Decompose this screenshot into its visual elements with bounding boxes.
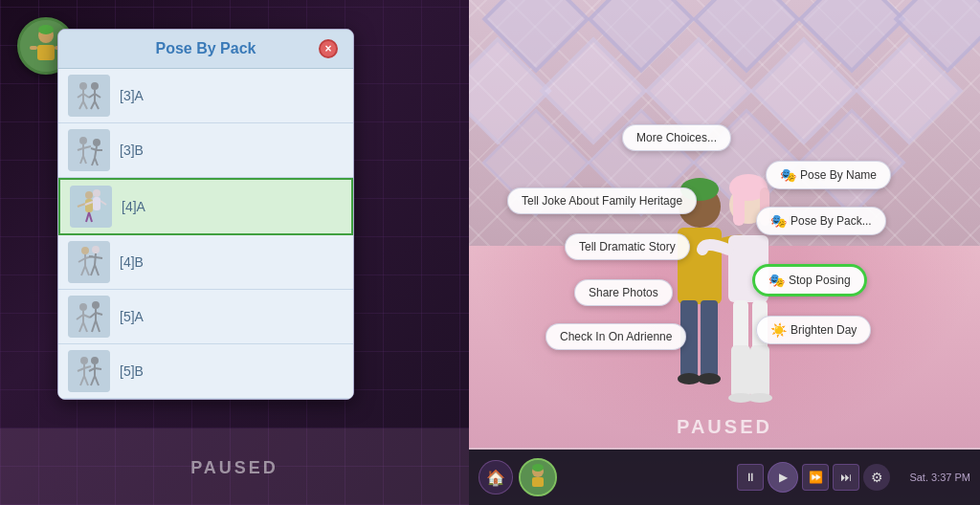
svg-point-50: [92, 246, 100, 253]
pose-thumb-4a: [70, 186, 112, 228]
svg-line-52: [96, 257, 102, 258]
playback-controls: ⏸ ▶ ⏩ ⏭ ⚙: [737, 462, 890, 493]
paused-text-right: PAUSED: [677, 416, 772, 438]
skip-forward-button[interactable]: ⏭: [833, 464, 859, 491]
svg-point-39: [93, 189, 100, 197]
svg-point-33: [85, 191, 93, 199]
pose-item-4a[interactable]: [4]A: [58, 178, 353, 235]
pose-item-4b[interactable]: [4]B: [58, 235, 353, 290]
check-in-label: Check In On Adrienne: [560, 330, 672, 343]
svg-line-79: [95, 368, 101, 369]
pose-label-3b: [3]B: [120, 143, 144, 158]
svg-point-26: [93, 139, 100, 146]
right-panel: More Choices... 🎭 Pose By Name Tell Joke…: [469, 0, 980, 505]
pose-item-5a[interactable]: [5]A: [58, 290, 353, 344]
paused-text-left: PAUSED: [190, 458, 278, 478]
pose-thumb-3b: [68, 129, 110, 171]
time-display: Sat. 3:37 PM: [909, 472, 970, 483]
pose-item-3b[interactable]: [3]B: [58, 123, 353, 178]
svg-point-88: [698, 373, 721, 384]
pose-item-5b[interactable]: [5]B: [58, 344, 353, 399]
brighten-day-button[interactable]: ☀️ Brighten Day: [756, 316, 871, 344]
svg-point-87: [678, 373, 701, 384]
svg-line-51: [95, 253, 96, 265]
tell-joke-button[interactable]: Tell Joke About Family Heritage: [507, 187, 697, 214]
svg-rect-3: [37, 45, 55, 60]
svg-rect-103: [532, 477, 544, 487]
pose-thumb-5b: [68, 350, 110, 392]
svg-rect-6: [68, 75, 110, 117]
pose-by-pack-button[interactable]: 🎭 Pose By Pack...: [756, 207, 886, 235]
pose-label-4b: [4]B: [120, 254, 144, 270]
tell-joke-label: Tell Joke About Family Heritage: [522, 194, 682, 208]
pose-label-3a: [3]A: [120, 88, 144, 103]
left-panel: Pose By Pack ×: [0, 0, 469, 505]
pose-by-pack-label: Pose By Pack...: [791, 214, 872, 228]
more-choices-button[interactable]: More Choices...: [622, 124, 731, 151]
svg-rect-92: [733, 187, 745, 226]
svg-rect-97: [750, 345, 769, 398]
pose-by-name-button[interactable]: 🎭 Pose By Name: [766, 161, 891, 189]
svg-rect-96: [731, 345, 750, 398]
stop-posing-icon: 🎭: [768, 273, 785, 288]
svg-point-20: [79, 137, 87, 144]
brighten-day-icon: ☀️: [770, 322, 787, 338]
svg-point-76: [91, 357, 99, 364]
svg-point-2: [38, 25, 54, 34]
stop-posing-button[interactable]: 🎭 Stop Posing: [752, 264, 867, 296]
check-in-button[interactable]: Check In On Adrienne: [546, 323, 686, 350]
dialog-close-button[interactable]: ×: [319, 39, 338, 58]
svg-point-7: [79, 82, 87, 90]
tell-dramatic-button[interactable]: Tell Dramatic Story: [565, 233, 690, 260]
pose-by-name-label: Pose By Name: [800, 168, 877, 182]
pause-button[interactable]: ⏸: [737, 464, 764, 491]
svg-line-53: [89, 256, 96, 257]
dialog-title: Pose By Pack: [93, 40, 319, 57]
home-button[interactable]: 🏠: [479, 460, 513, 494]
settings-button[interactable]: ⚙: [863, 464, 890, 491]
svg-rect-19: [68, 129, 110, 171]
svg-point-99: [747, 393, 772, 403]
stop-posing-label: Stop Posing: [789, 274, 851, 287]
pose-list: [3]A: [58, 69, 353, 399]
brighten-day-label: Brighten Day: [791, 323, 857, 337]
pose-label-4a: [4]A: [122, 199, 145, 214]
pose-thumb-5a: [68, 296, 110, 338]
play-button[interactable]: ▶: [768, 462, 798, 493]
svg-rect-43: [68, 241, 110, 283]
pose-by-pack-icon: 🎭: [770, 213, 787, 229]
more-choices-label: More Choices...: [636, 131, 717, 144]
pose-label-5b: [5]B: [120, 363, 144, 379]
svg-point-70: [80, 357, 88, 364]
bottom-toolbar: 🏠 ⏸ ▶ ⏩ ⏭ ⚙ Sat. 3:37 PM: [469, 450, 980, 505]
svg-point-63: [92, 301, 100, 309]
pose-label-5a: [5]A: [120, 309, 144, 324]
pose-item-3a[interactable]: [3]A: [58, 69, 353, 123]
fast-forward-button[interactable]: ⏩: [802, 464, 829, 491]
pose-dialog: Pose By Pack ×: [57, 29, 354, 400]
svg-point-57: [79, 303, 87, 311]
svg-rect-4: [30, 46, 37, 50]
svg-rect-34: [85, 199, 93, 212]
svg-rect-86: [701, 300, 718, 377]
svg-point-102: [532, 464, 544, 472]
share-photos-button[interactable]: Share Photos: [574, 279, 673, 306]
tell-dramatic-label: Tell Dramatic Story: [579, 240, 676, 253]
dialog-header: Pose By Pack ×: [58, 30, 353, 69]
svg-point-13: [91, 82, 99, 90]
svg-point-44: [81, 247, 89, 254]
pose-thumb-3a: [68, 75, 110, 117]
pose-by-name-icon: 🎭: [780, 167, 796, 183]
pose-thumb-4b: [68, 241, 110, 283]
svg-rect-40: [93, 197, 100, 210]
toolbar-avatar[interactable]: [519, 458, 557, 496]
share-photos-label: Share Photos: [589, 286, 658, 299]
